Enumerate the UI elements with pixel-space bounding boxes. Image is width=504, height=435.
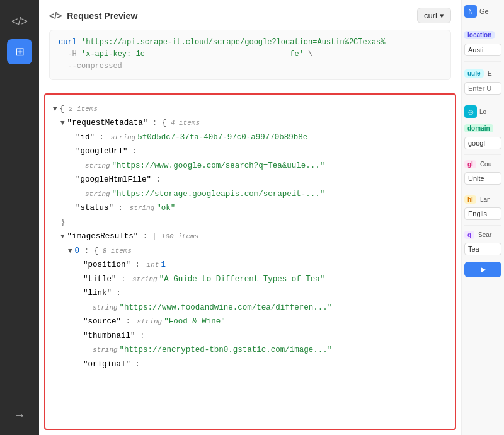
sidebar: </> ⊞ →	[0, 0, 39, 435]
json-response-area[interactable]: ▼ { 2 items ▼ "requestMetadata" : { 4 it…	[44, 93, 456, 430]
domain-input[interactable]	[464, 137, 501, 149]
code-brackets-icon: </>	[11, 15, 28, 28]
json-google-url-key-row: "googleUrl" :	[53, 144, 447, 159]
location-icon: ◎	[464, 105, 477, 118]
json-request-metadata-row: ▼ "requestMetadata" : { 4 items	[53, 116, 447, 130]
panel-language-badge-row: hl Lan	[464, 195, 501, 204]
code-line-2: -H 'x-api-key: 1c fe' \	[59, 49, 442, 61]
panel-divider-5	[464, 190, 501, 190]
uule-label: E	[488, 70, 492, 77]
submit-icon: ▶	[481, 265, 486, 273]
panel-country-badge-row: gl Cou	[464, 160, 501, 168]
json-images-results-row: ▼ "imagesResults" : [ 100 items	[53, 229, 447, 244]
location-input[interactable]	[464, 44, 501, 56]
country-badge: gl	[464, 160, 476, 168]
json-thumbnail-value-row: string "https://encrypted-tbn0.gstatic.c…	[53, 343, 447, 357]
json-title-row: "title" : string "A Guide to Different T…	[53, 272, 447, 287]
request-preview-section: </> Request Preview curl ▾ curl 'https:/…	[39, 0, 461, 88]
location-badge-row: location	[464, 28, 501, 40]
sidebar-panel-icon[interactable]: ⊞	[7, 39, 32, 64]
search-label: Sear	[478, 231, 491, 238]
request-preview-title: </> Request Preview	[49, 11, 137, 21]
json-item-0-row: ▼ 0 : { 8 items	[53, 244, 447, 258]
language-label: Lan	[480, 196, 491, 203]
chevron-down-icon: ▾	[440, 11, 444, 20]
json-root: ▼ { 2 items	[53, 102, 447, 117]
json-link-value-row: string "https://www.foodandwine.com/tea/…	[53, 301, 447, 315]
ge-icon: N	[464, 5, 477, 18]
panel-divider-1	[464, 23, 501, 23]
metadata-toggle[interactable]: ▼	[60, 117, 65, 130]
location-badge: location	[464, 31, 495, 39]
sidebar-arrow-icon[interactable]: →	[7, 402, 32, 429]
domain-badge: domain	[464, 124, 493, 132]
grid-icon: ⊞	[15, 45, 25, 59]
domain-badge-row: domain	[464, 122, 501, 133]
submit-button[interactable]: ▶	[464, 262, 501, 277]
code-block: curl 'https://api.scrape-it.cloud/scrape…	[49, 30, 451, 80]
item0-toggle[interactable]: ▼	[68, 245, 72, 258]
country-label: Cou	[480, 161, 491, 168]
format-selector[interactable]: curl ▾	[417, 8, 451, 23]
images-toggle[interactable]: ▼	[60, 231, 65, 243]
json-google-url-value-row: string "https://www.google.com/search?q=…	[53, 159, 447, 173]
json-html-file-key-row: "googleHtmlFile" :	[53, 173, 447, 187]
language-input[interactable]	[464, 207, 501, 220]
panel-divider-3	[464, 100, 501, 100]
uule-input[interactable]	[464, 82, 501, 95]
json-html-file-value-row: string "https://storage.googleapis.com/s…	[53, 187, 447, 202]
uule-badge: uule	[464, 69, 484, 78]
code-line-1: curl 'https://api.scrape-it.cloud/scrape…	[59, 37, 442, 49]
json-thumbnail-key-row: "thumbnail" :	[53, 329, 447, 344]
json-source-row: "source" : string "Food & Wine"	[53, 315, 447, 329]
request-preview-header: </> Request Preview curl ▾	[49, 8, 451, 23]
language-badge: hl	[464, 195, 476, 204]
json-link-key-row: "link" :	[53, 286, 447, 301]
json-original-key-row: "original" :	[53, 357, 447, 372]
json-position-row: "position" : int 1	[53, 258, 447, 272]
panel-ge-row: N Ge	[464, 5, 501, 18]
json-metadata-close: }	[53, 216, 447, 230]
sidebar-code-icon[interactable]: </>	[7, 9, 32, 34]
right-panel: N Ge location uule E ◎ Lo domain gl Cou …	[461, 0, 504, 435]
json-status-row: "status" : string "ok"	[53, 201, 447, 216]
root-toggle[interactable]: ▼	[53, 103, 57, 116]
code-line-3: --compressed	[59, 61, 442, 72]
location-label: Lo	[479, 108, 486, 115]
json-id-row: "id" : string 5f0d5dc7-37fa-40b7-97c0-a9…	[53, 130, 447, 145]
code-icon: </>	[49, 11, 62, 21]
panel-location-row: ◎ Lo	[464, 105, 501, 118]
search-input[interactable]	[464, 243, 501, 255]
uule-badge-row: uule E	[464, 67, 501, 78]
country-input[interactable]	[464, 172, 501, 185]
main-content: </> Request Preview curl ▾ curl 'https:/…	[39, 0, 461, 435]
panel-divider-2	[464, 61, 501, 62]
panel-divider-4	[464, 154, 501, 155]
search-badge: q	[464, 231, 474, 239]
panel-search-badge-row: q Sear	[464, 231, 501, 239]
panel-divider-6	[464, 225, 501, 226]
